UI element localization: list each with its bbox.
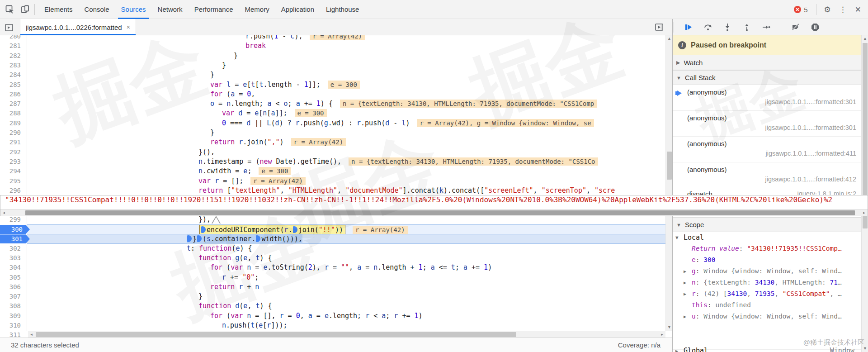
line-number[interactable]: 296	[0, 186, 21, 195]
settings-gear-icon[interactable]: ⚙	[824, 5, 831, 14]
call-stack-frame[interactable]: (anonymous)jigsawpc.1.0.1....:formatted:…	[673, 85, 868, 111]
code-line[interactable]: 0 === d || L(d) ? r.push(g.wd) : r.push(…	[0, 119, 672, 128]
line-number[interactable]: 283	[0, 61, 21, 70]
call-stack-section-header[interactable]: ▼ Call Stack	[673, 70, 868, 85]
scroll-right-arrow-icon[interactable]: ▸	[659, 331, 665, 338]
step-into-icon[interactable]	[722, 22, 733, 33]
code-line[interactable]: }(),	[0, 147, 672, 157]
code-line[interactable]: for (a = 0,	[0, 90, 672, 100]
line-number[interactable]: 284	[0, 70, 21, 80]
scope-section-header[interactable]: ▼ Scope	[673, 217, 868, 232]
scroll-up-arrow-icon[interactable]: ▲	[862, 35, 868, 42]
code-line[interactable]: }	[0, 292, 672, 302]
tab-network[interactable]: Network	[152, 0, 189, 19]
code-line[interactable]: for (var n = [], r = 0, a = e.length; r …	[0, 311, 672, 321]
scope-variable[interactable]: ▶g: Window {window: Window, self: Wind…	[673, 266, 868, 277]
line-number[interactable]: 305	[0, 273, 21, 282]
step-over-icon[interactable]	[703, 22, 713, 33]
code-line[interactable]: t: function(e) {	[0, 244, 672, 254]
code-line[interactable]: var l = e[t[t.length - 1]];e = 300	[0, 80, 672, 90]
line-number[interactable]: 290	[0, 128, 21, 138]
line-number[interactable]: 294	[0, 166, 21, 176]
call-stack-frame[interactable]: (anonymous)jigsawpc.1.0.1....:formatted:…	[673, 137, 868, 162]
show-navigator-icon[interactable]	[4, 22, 14, 33]
code-line[interactable]: n.timestamp = (new Date).getTime(),n = {…	[0, 157, 672, 167]
tab-lighthouse[interactable]: Lighthouse	[320, 0, 365, 19]
code-line[interactable]: var d = e[n[a]];e = 300	[0, 109, 672, 119]
code-line[interactable]: return r.join(",")r = Array(42)	[0, 138, 672, 147]
device-toolbar-icon[interactable]	[20, 4, 31, 15]
popover-scrollbar-thumb[interactable]	[25, 210, 855, 215]
step-icon[interactable]	[761, 22, 772, 33]
scroll-left-arrow-icon[interactable]: ◂	[0, 209, 7, 216]
horizontal-scrollbar-thumb[interactable]	[36, 332, 516, 337]
line-number[interactable]: 302	[0, 244, 21, 253]
line-number[interactable]: 291	[0, 138, 21, 147]
step-out-icon[interactable]	[741, 22, 752, 33]
line-number[interactable]: 308	[0, 301, 21, 311]
code-line[interactable]: return ["textLength", "HTMLLength", "doc…	[0, 186, 672, 196]
inline-step-marker[interactable]	[197, 235, 202, 242]
scope-variable[interactable]: Return value: "34130!!71935!!CSS1Comp…	[673, 243, 868, 254]
line-number[interactable]: 281	[0, 41, 21, 51]
inline-step-marker[interactable]	[201, 226, 206, 233]
line-number[interactable]: 289	[0, 119, 21, 128]
code-line[interactable]: r.push(1 - c),r = Array(42)	[0, 35, 672, 42]
line-number[interactable]: 280	[0, 35, 21, 41]
line-number[interactable]: 310	[0, 321, 21, 330]
show-debugger-sidebar-icon[interactable]	[654, 22, 665, 33]
line-number[interactable]: 285	[0, 80, 21, 90]
scope-variable[interactable]: ▶r: (42) [34130, 71935, "CSS1Compat", …	[673, 288, 868, 300]
pause-on-exceptions-icon[interactable]	[810, 22, 821, 33]
line-number-gutter[interactable]: 2802812822832842852862872882892902912922…	[0, 35, 27, 331]
line-number[interactable]: 295	[0, 176, 21, 186]
call-stack-frame[interactable]: (anonymous)jigsawpc.1.0.1....:formatted:…	[673, 162, 868, 188]
scope-variable[interactable]: e: 300	[673, 254, 868, 266]
line-number[interactable]: 286	[0, 90, 21, 99]
editor-vertical-scrollbar[interactable]: ▲ ▼	[665, 35, 672, 331]
code-line[interactable]: o = n.length; a < o; a += 1) {n = {textL…	[0, 99, 672, 109]
code-line[interactable]: break	[0, 41, 672, 51]
scroll-up-arrow-icon[interactable]: ▲	[666, 35, 672, 42]
scroll-down-arrow-icon[interactable]: ▼	[666, 324, 672, 331]
line-number[interactable]: 293	[0, 157, 21, 166]
line-number[interactable]: 288	[0, 109, 21, 118]
line-number[interactable]: 301	[0, 234, 30, 243]
scroll-right-arrow-icon[interactable]: ▸	[861, 209, 868, 216]
code-line[interactable]: }	[0, 61, 672, 71]
scope-variable[interactable]: ▶u: Window {window: Window, self: Wind…	[673, 311, 868, 322]
code-line[interactable]: n.push(t(e[r]));	[0, 321, 672, 331]
line-number[interactable]: 292	[0, 147, 21, 157]
tab-memory[interactable]: Memory	[239, 0, 275, 19]
code-line[interactable]: for (var n = e.toString(2), r = "", a = …	[0, 263, 672, 273]
popover-scrollbar[interactable]: ◂ ▸	[0, 209, 868, 216]
line-number[interactable]: 307	[0, 292, 21, 301]
inline-step-marker[interactable]	[187, 235, 192, 242]
code-line[interactable]: r += "0";	[0, 273, 672, 283]
scope-variable[interactable]: ▶n: {textLength: 34130, HTMLLength: 71…	[673, 277, 868, 288]
line-number[interactable]: 304	[0, 263, 21, 272]
code-line[interactable]: function d(e, t) {	[0, 301, 672, 311]
call-stack-frame[interactable]: (anonymous)jigsawpc.1.0.1....:formatted:…	[673, 111, 868, 137]
code-line[interactable]: }	[0, 70, 672, 80]
inline-step-marker[interactable]	[293, 226, 297, 233]
file-tab-close-icon[interactable]: ×	[127, 24, 130, 31]
tab-console[interactable]: Console	[79, 0, 115, 19]
code-editor[interactable]: 2802812822832842852862872882892902912922…	[0, 35, 672, 338]
code-line[interactable]: var r = [];r = Array(42)	[0, 176, 672, 186]
code-line[interactable]: encodeURIComponent(r.join("!!"))r = Arra…	[0, 224, 672, 234]
line-number[interactable]: 287	[0, 99, 21, 109]
tab-sources[interactable]: Sources	[115, 0, 152, 19]
watch-section-header[interactable]: ▶ Watch	[673, 55, 868, 70]
scope-variable[interactable]: this: undefined	[673, 300, 868, 311]
vertical-scrollbar-thumb[interactable]	[667, 152, 672, 180]
code-line[interactable]: }	[0, 51, 672, 61]
tab-elements[interactable]: Elements	[38, 0, 79, 19]
scroll-left-arrow-icon[interactable]: ◂	[28, 331, 35, 338]
resume-script-icon[interactable]	[683, 22, 694, 33]
inspect-element-icon[interactable]	[5, 4, 15, 15]
deactivate-breakpoints-icon[interactable]	[790, 22, 801, 33]
code-line[interactable]: function g(e, t) {	[0, 253, 672, 263]
editor-horizontal-scrollbar[interactable]: ◂ ▸	[28, 331, 665, 338]
code-line[interactable]: }	[0, 128, 672, 138]
